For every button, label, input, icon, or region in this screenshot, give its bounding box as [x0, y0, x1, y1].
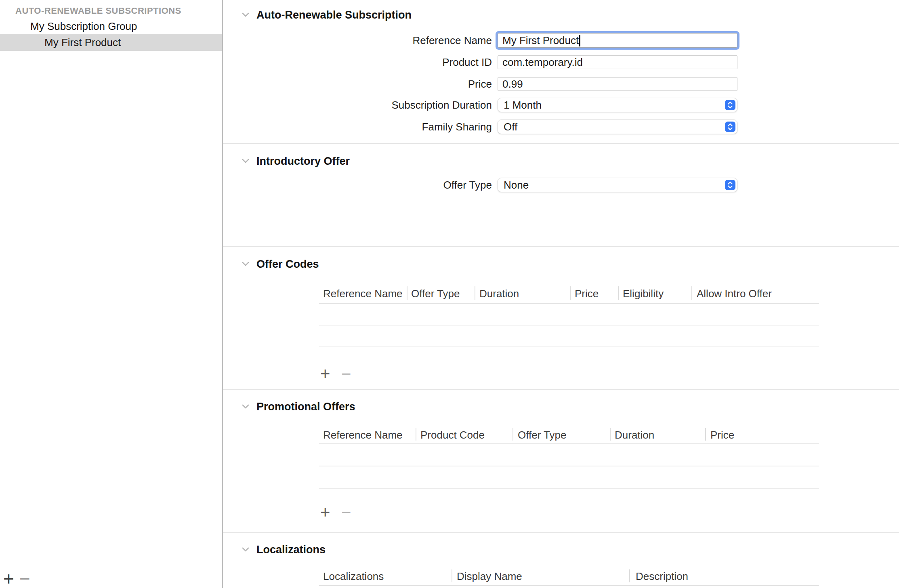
- family-sharing-popup[interactable]: Off: [498, 120, 737, 134]
- chevron-down-icon[interactable]: [242, 261, 250, 269]
- text-cursor: [579, 35, 580, 46]
- section-header-offer-codes: Offer Codes: [242, 258, 319, 271]
- column-header[interactable]: Offer Type: [411, 285, 460, 303]
- section-divider: [223, 246, 899, 247]
- column-header[interactable]: Price: [710, 426, 734, 443]
- popup-stepper-icon: [725, 180, 735, 190]
- promotional-offers-table-header: Reference Name Product Code Offer Type D…: [319, 426, 819, 444]
- section-divider: [223, 143, 899, 144]
- section-title-introductory-offer: Introductory Offer: [256, 155, 350, 168]
- promotional-offers-add-button[interactable]: +: [320, 503, 330, 522]
- column-separator: [407, 286, 407, 300]
- family-sharing-label: Family Sharing: [422, 120, 492, 134]
- offer-codes-remove-button[interactable]: −: [341, 365, 351, 383]
- localizations-table: Localizations Display Name Description: [319, 568, 819, 588]
- column-separator: [705, 428, 706, 441]
- column-header[interactable]: Allow Intro Offer: [697, 285, 772, 303]
- storekit-subscription-editor: AUTO-RENEWABLE SUBSCRIPTIONS My Subscrip…: [0, 0, 899, 588]
- column-separator: [610, 428, 611, 441]
- price-label: Price: [468, 77, 492, 91]
- section-divider: [223, 532, 899, 533]
- offer-type-label: Offer Type: [443, 178, 492, 192]
- table-row[interactable]: [319, 444, 819, 466]
- column-header[interactable]: Localizations: [323, 568, 384, 585]
- price-value: 0.99: [502, 78, 523, 90]
- section-header-localizations: Localizations: [242, 544, 326, 556]
- column-separator: [513, 428, 513, 441]
- offer-type-popup[interactable]: None: [498, 178, 737, 192]
- section-header-subscription: Auto-Renewable Subscription: [242, 9, 412, 21]
- column-header[interactable]: Display Name: [457, 568, 522, 585]
- column-separator: [452, 569, 452, 582]
- offer-codes-table: Reference Name Offer Type Duration Price…: [319, 285, 819, 347]
- column-separator: [629, 569, 630, 582]
- price-input[interactable]: 0.99: [498, 77, 737, 91]
- column-header[interactable]: Duration: [615, 426, 654, 443]
- promotional-offers-table: Reference Name Product Code Offer Type D…: [319, 426, 819, 489]
- column-separator: [570, 286, 571, 300]
- section-header-introductory-offer: Introductory Offer: [242, 155, 350, 168]
- section-title-promotional-offers: Promotional Offers: [256, 401, 355, 413]
- sidebar-add-button[interactable]: +: [3, 569, 14, 588]
- sidebar: AUTO-RENEWABLE SUBSCRIPTIONS My Subscrip…: [0, 0, 222, 588]
- column-separator: [691, 286, 692, 300]
- chevron-down-icon[interactable]: [242, 403, 250, 411]
- section-title-localizations: Localizations: [256, 544, 326, 556]
- family-sharing-value: Off: [504, 121, 517, 133]
- sidebar-item-my-first-product[interactable]: My First Product: [44, 34, 121, 51]
- product-id-input[interactable]: com.temporary.id: [498, 55, 737, 69]
- chevron-down-icon[interactable]: [242, 546, 250, 554]
- column-header[interactable]: Reference Name: [323, 426, 403, 443]
- column-separator: [618, 286, 619, 300]
- sidebar-group-header: AUTO-RENEWABLE SUBSCRIPTIONS: [15, 6, 181, 16]
- column-header[interactable]: Reference Name: [323, 285, 403, 303]
- product-id-value: com.temporary.id: [502, 56, 583, 69]
- section-divider: [223, 389, 899, 390]
- table-row[interactable]: [319, 304, 819, 326]
- reference-name-input[interactable]: My First Product: [498, 33, 737, 48]
- section-title-offer-codes: Offer Codes: [256, 258, 319, 271]
- subscription-duration-label: Subscription Duration: [391, 98, 492, 112]
- sidebar-remove-button[interactable]: −: [19, 569, 30, 588]
- column-header[interactable]: Eligibility: [623, 285, 664, 303]
- product-id-label: Product ID: [442, 55, 492, 69]
- table-row[interactable]: [319, 466, 819, 489]
- subscription-duration-popup[interactable]: 1 Month: [498, 98, 737, 112]
- column-separator: [416, 428, 416, 441]
- localizations-table-header: Localizations Display Name Description: [319, 568, 819, 586]
- popup-stepper-icon: [725, 100, 735, 110]
- table-row[interactable]: [319, 586, 819, 588]
- column-header[interactable]: Description: [636, 568, 688, 585]
- chevron-down-icon[interactable]: [242, 12, 250, 19]
- sidebar-divider: [222, 0, 223, 588]
- offer-codes-add-button[interactable]: +: [320, 365, 330, 383]
- column-header[interactable]: Offer Type: [518, 426, 566, 443]
- column-header[interactable]: Product Code: [420, 426, 485, 443]
- section-title-subscription: Auto-Renewable Subscription: [256, 9, 412, 21]
- column-separator: [475, 286, 475, 300]
- promotional-offers-remove-button[interactable]: −: [341, 503, 351, 522]
- offer-type-value: None: [504, 179, 529, 191]
- reference-name-label: Reference Name: [412, 33, 492, 48]
- chevron-down-icon[interactable]: [242, 158, 250, 166]
- popup-stepper-icon: [725, 122, 735, 132]
- reference-name-value: My First Product: [502, 34, 579, 47]
- subscription-duration-value: 1 Month: [504, 99, 542, 111]
- offer-codes-table-header: Reference Name Offer Type Duration Price…: [319, 285, 819, 304]
- sidebar-item-subscription-group[interactable]: My Subscription Group: [30, 20, 137, 32]
- column-header[interactable]: Duration: [479, 285, 519, 303]
- column-header[interactable]: Price: [575, 285, 599, 303]
- section-header-promotional-offers: Promotional Offers: [242, 401, 355, 413]
- table-row[interactable]: [319, 326, 819, 347]
